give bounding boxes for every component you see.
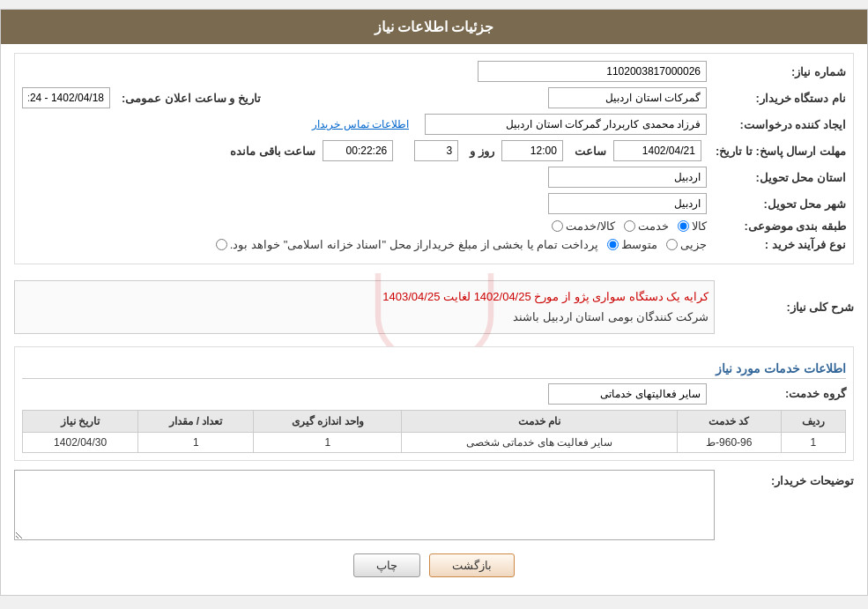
- category-kala-khedmat-label: کالا/خدمت: [566, 219, 615, 233]
- button-row: بازگشت چاپ: [14, 553, 854, 577]
- city-row: شهر محل تحویل:: [22, 193, 846, 214]
- announcement-datetime-input[interactable]: [22, 87, 110, 108]
- province-label: استان محل تحویل:: [714, 171, 846, 184]
- services-table: ردیف کد خدمت نام خدمت واحد اندازه گیری ت…: [22, 410, 846, 453]
- print-button[interactable]: چاپ: [353, 553, 420, 577]
- col-unit: واحد اندازه گیری: [254, 410, 402, 432]
- cell-date: 1402/04/30: [23, 432, 138, 452]
- deadline-days-input[interactable]: [414, 140, 458, 161]
- services-table-header: ردیف کد خدمت نام خدمت واحد اندازه گیری ت…: [23, 410, 846, 432]
- category-kala-label: کالا: [692, 219, 707, 233]
- col-date: تاریخ نیاز: [23, 410, 138, 432]
- deadline-time-input[interactable]: [501, 140, 563, 161]
- category-kala-khedmat-option[interactable]: کالا/خدمت: [552, 219, 615, 233]
- services-section: اطلاعات خدمات مورد نیاز گروه خدمت: ردیف …: [14, 346, 854, 461]
- services-table-header-row: ردیف کد خدمت نام خدمت واحد اندازه گیری ت…: [23, 410, 846, 432]
- buyer-org-input[interactable]: [548, 87, 707, 108]
- back-button[interactable]: بازگشت: [429, 553, 515, 577]
- creator-label: ایجاد کننده درخواست:: [714, 118, 846, 131]
- col-code: کد خدمت: [677, 410, 781, 432]
- page-header: جزئیات اطلاعات نیاز: [1, 10, 867, 44]
- category-khedmat-label: خدمت: [638, 219, 669, 233]
- creator-row: ایجاد کننده درخواست: اطلاعات تماس خریدار: [22, 114, 846, 135]
- cell-quantity: 1: [138, 432, 254, 452]
- table-row: 1 960-96-ط سایر فعالیت های خدماتی شخصی 1…: [23, 432, 846, 452]
- days-label: روز و: [470, 145, 494, 158]
- process-motevaset-option[interactable]: متوسط: [607, 238, 657, 251]
- process-type-radio-group: جزیی متوسط پرداخت تمام یا بخشی از مبلغ خ…: [216, 238, 707, 251]
- process-motevaset-label: متوسط: [621, 238, 657, 251]
- category-radio-group: کالا خدمت کالا/خدمت: [552, 219, 707, 233]
- col-name: نام خدمت: [402, 410, 677, 432]
- category-khedmat-radio[interactable]: [624, 220, 635, 232]
- creator-input[interactable]: [425, 114, 707, 135]
- announcement-label: تاریخ و ساعت اعلان عمومی:: [122, 92, 261, 105]
- deadline-date-input[interactable]: [613, 140, 701, 161]
- category-row: طبقه بندی موضوعی: کالا خدمت کالا/خدمت: [22, 219, 846, 233]
- need-number-row: شماره نیاز:: [22, 61, 846, 82]
- province-row: استان محل تحویل:: [22, 167, 846, 188]
- service-group-row: گروه خدمت:: [22, 383, 846, 405]
- col-row-num: ردیف: [781, 410, 845, 432]
- process-asnad-option: پرداخت تمام یا بخشی از مبلغ خریداراز محل…: [216, 238, 598, 251]
- cell-row-num: 1: [781, 432, 845, 452]
- process-jozvi-option[interactable]: جزیی: [666, 238, 707, 251]
- cell-code: 960-96-ط: [677, 432, 781, 452]
- contact-info-link[interactable]: اطلاعات تماس خریدار: [312, 118, 409, 130]
- service-group-input[interactable]: [548, 383, 707, 405]
- process-asnad-label: پرداخت تمام یا بخشی از مبلغ خریداراز محل…: [230, 238, 598, 251]
- cell-name: سایر فعالیت های خدماتی شخصی: [402, 432, 677, 452]
- process-type-row: نوع فرآیند خرید : جزیی متوسط پرداخت تمام…: [22, 238, 846, 251]
- category-kala-khedmat-radio[interactable]: [552, 220, 563, 232]
- remaining-label: ساعت باقی مانده: [230, 145, 315, 158]
- content-area: شماره نیاز: نام دستگاه خریدار: تاریخ و س…: [1, 44, 867, 595]
- buyer-notes-label: توضیحات خریدار:: [722, 470, 854, 487]
- buyer-org-row: نام دستگاه خریدار: تاریخ و ساعت اعلان عم…: [22, 87, 846, 108]
- province-input[interactable]: [548, 167, 707, 188]
- deadline-label: مهلت ارسال پاسخ: تا تاریخ:: [708, 145, 846, 158]
- process-type-label: نوع فرآیند خرید :: [714, 238, 846, 251]
- description-label: شرح کلی نیاز:: [722, 301, 854, 314]
- process-jozvi-radio[interactable]: [666, 239, 678, 250]
- buyer-notes-textarea[interactable]: [14, 470, 715, 540]
- services-table-body: 1 960-96-ط سایر فعالیت های خدماتی شخصی 1…: [23, 432, 846, 452]
- page-title: جزئیات اطلاعات نیاز: [375, 19, 494, 34]
- buyer-notes-section: توضیحات خریدار:: [14, 470, 854, 540]
- description-area: شرح کلی نیاز: کرایه یک دستگاه سواری پژو …: [14, 273, 854, 346]
- category-kala-radio[interactable]: [678, 220, 689, 232]
- process-motevaset-radio[interactable]: [607, 239, 619, 250]
- watermark: [355, 273, 514, 346]
- category-khedmat-option[interactable]: خدمت: [624, 219, 669, 233]
- service-group-label: گروه خدمت:: [714, 387, 846, 400]
- need-number-input[interactable]: [478, 61, 707, 82]
- cell-unit: 1: [254, 432, 402, 452]
- deadline-remaining-input[interactable]: [323, 140, 393, 161]
- city-input[interactable]: [548, 193, 707, 214]
- category-kala-option[interactable]: کالا: [678, 219, 707, 233]
- deadline-row: مهلت ارسال پاسخ: تا تاریخ: ساعت روز و سا…: [22, 140, 846, 161]
- city-label: شهر محل تحویل:: [714, 197, 846, 211]
- hour-label: ساعت: [575, 145, 606, 158]
- col-quantity: تعداد / مقدار: [138, 410, 254, 432]
- services-section-title: اطلاعات خدمات مورد نیاز: [22, 361, 846, 379]
- category-label: طبقه بندی موضوعی:: [714, 219, 846, 233]
- page-wrapper: جزئیات اطلاعات نیاز شماره نیاز: نام دستگ…: [0, 9, 868, 596]
- need-number-label: شماره نیاز:: [714, 65, 846, 78]
- process-jozvi-label: جزیی: [680, 238, 707, 251]
- main-info-section: شماره نیاز: نام دستگاه خریدار: تاریخ و س…: [14, 53, 854, 264]
- buyer-org-label: نام دستگاه خریدار:: [714, 92, 846, 105]
- process-asnad-radio[interactable]: [216, 239, 227, 250]
